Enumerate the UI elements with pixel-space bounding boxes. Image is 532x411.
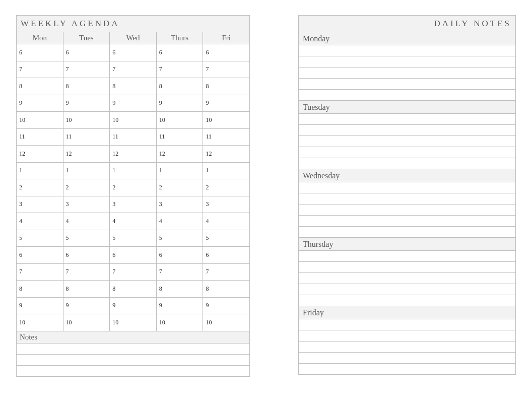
weekly-hour-cell: 9 [63,95,110,112]
weekly-hour-cell: 11 [203,128,250,146]
weekly-hour-cell: 2 [156,179,203,196]
weekly-hour-cell: 6 [203,247,250,264]
weekly-hour-cell: 9 [203,95,250,112]
daily-notes-line [299,158,516,169]
weekly-hour-cell: 6 [203,44,250,61]
weekly-hour-cell: 6 [63,44,110,61]
daily-notes-table: DAILY NOTES MondayTuesdayWednesdayThursd… [298,15,516,375]
weekly-hour-cell: 8 [110,78,157,95]
weekly-day-header: Thurs [156,32,203,44]
weekly-hour-cell: 12 [156,146,203,163]
weekly-hour-cell: 11 [156,128,203,146]
weekly-hour-cell: 12 [203,146,250,163]
weekly-notes-line [17,365,250,376]
weekly-hour-cell: 7 [110,263,157,281]
weekly-hour-cell: 7 [63,61,110,78]
weekly-hour-cell: 2 [17,179,63,196]
weekly-hour-cell: 2 [110,179,157,196]
weekly-hour-cell: 1 [203,162,250,179]
weekly-hour-cell: 5 [17,230,63,247]
weekly-hour-cell: 9 [63,297,110,314]
daily-notes-line [299,45,516,56]
weekly-hour-cell: 6 [17,247,63,264]
daily-notes-line [299,251,516,262]
weekly-hour-cell: 8 [17,78,63,95]
weekly-hour-cell: 9 [17,297,63,314]
daily-notes-line [299,204,516,216]
weekly-hour-cell: 5 [156,230,203,247]
daily-notes-line [299,341,516,353]
daily-notes-line [299,114,516,125]
weekly-hour-cell: 8 [63,281,110,298]
weekly-hour-cell: 10 [63,112,110,129]
weekly-hour-cell: 8 [17,281,63,298]
daily-notes-line [299,364,516,375]
weekly-hour-cell: 12 [63,146,110,163]
weekly-hour-cell: 9 [110,297,157,314]
daily-notes-title: DAILY NOTES [299,16,516,32]
weekly-hour-cell: 5 [63,230,110,247]
weekly-hour-cell: 5 [110,230,157,247]
weekly-hour-cell: 8 [156,78,203,95]
weekly-hour-cell: 7 [203,61,250,78]
weekly-hour-cell: 6 [110,44,157,61]
weekly-hour-cell: 4 [203,213,250,230]
daily-notes-day-header: Friday [299,306,516,319]
weekly-hour-cell: 7 [156,61,203,78]
weekly-hour-cell: 10 [203,314,250,331]
weekly-hour-cell: 4 [110,213,157,230]
weekly-hour-cell: 1 [156,162,203,179]
daily-notes-line [299,227,516,238]
weekly-hour-cell: 10 [110,314,157,331]
weekly-hour-cell: 7 [63,263,110,281]
weekly-hour-cell: 3 [63,196,110,213]
daily-notes-line [299,182,516,193]
daily-notes-line [299,262,516,273]
daily-notes-line [299,193,516,204]
weekly-hour-cell: 12 [17,146,63,163]
weekly-hour-cell: 1 [110,162,157,179]
weekly-hour-cell: 10 [110,112,157,129]
daily-notes-line [299,319,516,330]
weekly-notes-label: Notes [17,331,250,343]
weekly-hour-cell: 6 [156,44,203,61]
weekly-hour-cell: 7 [17,61,63,78]
daily-notes-line [299,330,516,341]
daily-notes-line [299,284,516,295]
weekly-hour-cell: 10 [63,314,110,331]
weekly-notes-line [17,354,250,365]
weekly-hour-cell: 8 [156,281,203,298]
weekly-hour-cell: 9 [17,95,63,112]
daily-notes-line [299,295,516,306]
weekly-hour-cell: 12 [110,146,157,163]
daily-notes-line [299,147,516,158]
daily-notes-day-header: Wednesday [299,169,516,182]
daily-notes-line [299,353,516,364]
weekly-hour-cell: 5 [203,230,250,247]
weekly-hour-cell: 10 [156,314,203,331]
weekly-notes-line [17,343,250,354]
daily-notes-day-header: Tuesday [299,101,516,114]
weekly-hour-cell: 9 [203,297,250,314]
weekly-hour-cell: 6 [63,247,110,264]
daily-notes-line [299,79,516,90]
weekly-hour-cell: 10 [156,112,203,129]
weekly-hour-cell: 8 [203,78,250,95]
weekly-hour-cell: 2 [203,179,250,196]
weekly-hour-cell: 7 [203,263,250,281]
weekly-agenda-title: WEEKLY AGENDA [17,16,250,32]
weekly-hour-cell: 6 [156,247,203,264]
weekly-hour-cell: 9 [110,95,157,112]
weekly-hour-cell: 1 [63,162,110,179]
weekly-hour-cell: 4 [17,213,63,230]
weekly-day-header: Mon [17,32,63,44]
weekly-hour-cell: 8 [203,281,250,298]
weekly-hour-cell: 11 [17,128,63,146]
weekly-hour-cell: 9 [156,297,203,314]
daily-notes-line [299,56,516,67]
daily-notes-day-header: Thursday [299,238,516,251]
weekly-hour-cell: 9 [156,95,203,112]
daily-notes-day-header: Monday [299,32,516,45]
daily-notes-line [299,273,516,284]
daily-notes-line [299,90,516,101]
